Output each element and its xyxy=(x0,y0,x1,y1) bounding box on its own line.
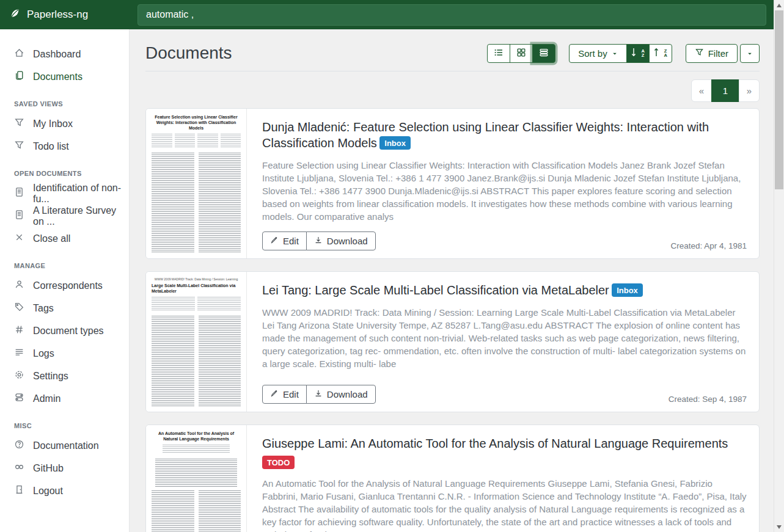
sidebar-item-label: Dashboard xyxy=(33,49,81,60)
filter-icon xyxy=(14,140,24,153)
view-grid-button[interactable] xyxy=(510,44,533,63)
thumbnail-authors-block xyxy=(152,445,241,453)
sort-za-letters: ZA xyxy=(664,49,667,57)
view-list-button[interactable] xyxy=(487,44,510,63)
home-icon xyxy=(14,48,24,60)
search-query-text: automatic , xyxy=(146,9,194,20)
sidebar-item-logout[interactable]: Logout xyxy=(0,479,129,502)
pagination-next-button[interactable]: » xyxy=(739,79,760,102)
sidebar-item-label: Correspondents xyxy=(33,280,103,291)
view-detail-button[interactable] xyxy=(532,44,555,63)
sort-ascending-button[interactable]: ZA xyxy=(649,44,672,63)
sidebar-item-open-doc-2[interactable]: A Literature Survey on ... xyxy=(0,205,129,227)
gear-icon xyxy=(14,370,24,382)
document-title-link[interactable]: Dunja Mladenić: Feature Selection using … xyxy=(262,120,709,150)
sidebar-item-close-all[interactable]: Close all xyxy=(0,227,129,250)
document-thumbnail[interactable]: An Automatic Tool for the Analysis of Na… xyxy=(146,425,247,532)
sidebar-item-my-inbox[interactable]: My Inbox xyxy=(0,112,129,135)
sidebar-item-documents[interactable]: Documents xyxy=(0,65,129,88)
filter-label: Filter xyxy=(708,48,728,59)
sidebar-item-label: My Inbox xyxy=(33,118,73,129)
download-label: Download xyxy=(327,236,368,246)
sidebar-item-tags[interactable]: Tags xyxy=(0,297,129,319)
download-icon xyxy=(314,236,323,246)
sidebar-item-label: Logout xyxy=(33,486,63,497)
sidebar-item-github[interactable]: GitHub xyxy=(0,457,129,479)
sidebar-item-label: Todo list xyxy=(33,141,69,152)
leaf-logo-icon xyxy=(9,7,21,22)
edit-button[interactable]: Edit xyxy=(262,385,307,404)
download-button[interactable]: Download xyxy=(306,385,376,404)
document-excerpt: Feature Selection using Linear Classifie… xyxy=(262,159,747,223)
download-icon xyxy=(314,389,323,399)
sidebar-item-logs[interactable]: Logs xyxy=(0,342,129,365)
documents-icon xyxy=(14,70,24,83)
brand[interactable]: Paperless-ng xyxy=(0,0,130,29)
sidebar-item-document-types[interactable]: Document types xyxy=(0,319,129,342)
sort-descending-button[interactable]: AZ xyxy=(626,44,650,63)
sidebar-item-open-doc-1[interactable]: Identification of non-fu... xyxy=(0,182,129,205)
document-thumbnail[interactable]: Feature Selection using Linear Classifie… xyxy=(146,109,247,258)
document-card: Feature Selection using Linear Classifie… xyxy=(145,108,760,259)
scrollbar-down-arrow[interactable] xyxy=(774,522,784,532)
document-card-footer: Edit Download Created: Sep 4, 1987 xyxy=(262,376,747,404)
created-date: Created: Sep 4, 1987 xyxy=(669,395,747,404)
scrollbar-up-arrow[interactable] xyxy=(774,0,784,10)
document-thumbnail[interactable]: WWW 2009 MADRID! Track: Data Mining / Se… xyxy=(146,272,247,412)
header-divider xyxy=(145,71,760,71)
sidebar-item-correspondents[interactable]: Correspondents xyxy=(0,274,129,297)
sidebar-section-misc: MISC xyxy=(0,410,129,434)
sidebar-section-open-documents: OPEN DOCUMENTS xyxy=(0,158,129,182)
tag-badge-inbox[interactable]: Inbox xyxy=(612,283,643,297)
thumbnail-paper-title: Feature Selection using Linear Classifie… xyxy=(152,114,241,131)
sidebar: Dashboard Documents SAVED VIEWS My Inbox… xyxy=(0,29,130,532)
tag-icon xyxy=(14,302,24,315)
toggles-icon xyxy=(14,392,24,405)
search-input[interactable]: automatic , xyxy=(137,4,766,26)
download-button[interactable]: Download xyxy=(306,231,376,250)
document-card: WWW 2009 MADRID! Track: Data Mining / Se… xyxy=(145,271,760,412)
sidebar-item-label: A Literature Survey on ... xyxy=(33,205,129,227)
document-card-body: Lei Tang: Large Scale Multi-Label Classi… xyxy=(247,272,759,412)
thumbnail-authors-block xyxy=(152,134,241,147)
sidebar-item-admin[interactable]: Admin xyxy=(0,387,129,410)
top-navbar: Paperless-ng automatic , xyxy=(0,0,784,29)
vertical-scrollbar[interactable] xyxy=(774,0,784,532)
sidebar-item-todo-list[interactable]: Todo list xyxy=(0,135,129,158)
sidebar-item-documentation[interactable]: Documentation xyxy=(0,434,129,457)
pagination-row: « 1 » xyxy=(145,79,760,102)
sidebar-item-label: Identification of non-fu... xyxy=(33,183,129,205)
document-card-body: Dunja Mladenić: Feature Selection using … xyxy=(247,109,759,258)
sidebar-item-settings[interactable]: Settings xyxy=(0,365,129,387)
document-title-link[interactable]: Lei Tang: Large Scale Multi-Label Classi… xyxy=(262,283,609,297)
sort-by-dropdown[interactable]: Sort by xyxy=(569,44,627,63)
detail-view-icon xyxy=(539,48,549,59)
thumbnail-paper-title: An Automatic Tool for the Analysis of Na… xyxy=(152,431,241,442)
door-icon xyxy=(14,484,24,497)
search-area: automatic , xyxy=(130,0,784,29)
filter-button[interactable]: Filter xyxy=(686,44,738,63)
pencil-icon xyxy=(270,236,279,246)
sidebar-item-dashboard[interactable]: Dashboard xyxy=(0,43,129,65)
filter-dropdown-button[interactable] xyxy=(740,44,760,63)
pagination-prev-button[interactable]: « xyxy=(691,79,712,102)
documents-toolbar: Sort by AZ ZA Filter xyxy=(487,44,760,63)
edit-button[interactable]: Edit xyxy=(262,231,307,250)
pagination: « 1 » xyxy=(691,79,760,102)
sidebar-item-label: Document types xyxy=(33,326,104,337)
document-title-link[interactable]: Giuseppe Lami: An Automatic Tool for the… xyxy=(262,437,728,450)
tag-badge-todo[interactable]: TODO xyxy=(262,456,295,469)
sidebar-item-label: Documentation xyxy=(33,440,99,451)
hash-icon xyxy=(14,324,24,337)
chevron-down-icon xyxy=(747,48,753,59)
filter-group: Filter xyxy=(686,44,760,63)
pagination-page-1-button[interactable]: 1 xyxy=(711,79,739,102)
sidebar-item-label: Documents xyxy=(33,71,82,82)
thumbnail-body-columns xyxy=(152,153,241,253)
file-text-icon xyxy=(14,187,24,200)
scrollbar-thumb[interactable] xyxy=(775,10,783,189)
sort-az-letters: AZ xyxy=(641,49,644,57)
question-icon xyxy=(14,439,24,452)
sidebar-section-saved-views: SAVED VIEWS xyxy=(0,88,129,112)
tag-badge-inbox[interactable]: Inbox xyxy=(379,136,411,150)
